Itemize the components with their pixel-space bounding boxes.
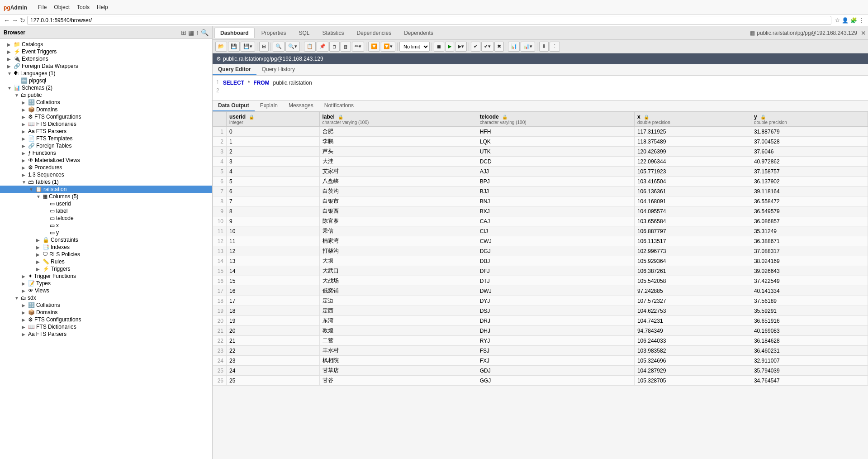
col-header-userid[interactable]: userid 🔒integer — [227, 112, 320, 127]
btn-save[interactable]: 💾 — [228, 42, 240, 52]
col-header-x[interactable]: x 🔒double precision — [634, 112, 751, 127]
sidebar-item-triggers[interactable]: ▶⚡Triggers — [0, 265, 212, 273]
query-tab-editor[interactable]: Query Editor — [213, 64, 256, 75]
sidebar-item-fts-configs[interactable]: ▶⚙FTS Configurations — [0, 113, 212, 120]
sidebar-item-sequences[interactable]: ▶1.3Sequences — [0, 171, 212, 178]
sidebar-item-schemas[interactable]: ▼📊Schemas (2) — [0, 84, 212, 91]
sidebar-item-catalogs[interactable]: ▶📁Catalogs — [0, 41, 212, 48]
tree-toggle-fts-configs[interactable]: ▶ — [22, 115, 28, 120]
tab-properties[interactable]: Properties — [256, 28, 292, 38]
forward-button[interactable]: → — [12, 17, 18, 24]
tree-toggle-sdx-collations[interactable]: ▶ — [22, 303, 28, 308]
tab-dashboard[interactable]: Dashboard — [214, 28, 255, 38]
tree-toggle-fts-templates[interactable]: ▶ — [22, 136, 28, 141]
sidebar-item-rules[interactable]: ▶📏Rules — [0, 258, 212, 265]
table-row[interactable]: 4 3 大洼 DCD 122.096344 40.972862 — [213, 157, 868, 167]
sidebar-item-fts-parsers[interactable]: ▶AaFTS Parsers — [0, 128, 212, 135]
table-row[interactable]: 19 18 定西 DSJ 104.622753 35.59291 — [213, 306, 868, 316]
tree-toggle-catalogs[interactable]: ▶ — [7, 42, 14, 47]
sidebar-item-languages[interactable]: ▼🗣Languages (1) — [0, 70, 212, 77]
tree-toggle-triggers[interactable]: ▶ — [36, 267, 43, 272]
btn-copy-row[interactable]: 🗒 — [329, 42, 340, 52]
sidebar-icon-table[interactable]: ▦ — [188, 29, 194, 36]
tree-toggle-rules[interactable]: ▶ — [36, 259, 43, 264]
tree-toggle-event-triggers[interactable]: ▶ — [7, 49, 14, 54]
tree-toggle-languages[interactable]: ▼ — [7, 71, 14, 76]
sidebar-item-col-userid[interactable]: ▭userid — [0, 200, 212, 207]
table-row[interactable]: 20 19 东湾 DRJ 104.74231 36.651916 — [213, 316, 868, 326]
table-row[interactable]: 23 22 丰水村 FSJ 103.983582 36.460231 — [213, 346, 868, 356]
data-table-wrap[interactable]: userid 🔒integer label 🔒character varying… — [213, 112, 868, 459]
sidebar-item-sdx[interactable]: ▼🗂sdx — [0, 294, 212, 301]
btn-save-more[interactable]: 💾▾ — [241, 42, 255, 52]
btn-paste[interactable]: 📌 — [317, 42, 328, 52]
sql-code[interactable]: SELECT * FROM public.railstation — [223, 78, 864, 97]
refresh-button[interactable]: ↻ — [20, 17, 25, 24]
table-row[interactable]: 7 6 白茨沟 BJJ 106.136361 39.118164 — [213, 186, 868, 196]
btn-explain[interactable]: 📊 — [508, 42, 520, 52]
tree-toggle-schemas[interactable]: ▼ — [7, 86, 14, 91]
sidebar-item-sdx-fts-configs[interactable]: ▶⚙FTS Configurations — [0, 316, 212, 323]
tree-toggle-railstation[interactable]: ▼ — [29, 187, 35, 192]
back-button[interactable]: ← — [4, 17, 10, 24]
table-row[interactable]: 6 5 八盘峡 BPJ 103.416504 36.137902 — [213, 177, 868, 186]
table-row[interactable]: 24 23 枫相院 FXJ 105.324696 32.911007 — [213, 356, 868, 366]
table-row[interactable]: 17 16 低窝铺 DWJ 97.242885 40.141334 — [213, 286, 868, 296]
sidebar-item-extensions[interactable]: ▶🔌Extensions — [0, 55, 212, 62]
sidebar-item-col-label[interactable]: ▭label — [0, 207, 212, 215]
menu-tools[interactable]: Tools — [73, 2, 93, 12]
tree-toggle-rls-policies[interactable]: ▶ — [36, 252, 43, 257]
sidebar-item-foreign-data-wrappers[interactable]: ▶🔗Foreign Data Wrappers — [0, 62, 212, 70]
limit-select[interactable]: No limit — [399, 42, 430, 52]
btn-filter-more[interactable]: 🔽▾ — [381, 42, 395, 52]
table-row[interactable]: 2 1 李鹏 LQK 118.375489 37.004528 — [213, 137, 868, 147]
btn-filter[interactable]: 🔽 — [368, 42, 380, 52]
btn-commit[interactable]: ✔ — [471, 42, 480, 52]
tree-toggle-mat-views[interactable]: ▶ — [22, 158, 28, 163]
sidebar-item-views[interactable]: ▶👁Views — [0, 287, 212, 294]
sidebar-item-fts-templates[interactable]: ▶📄FTS Templates — [0, 135, 212, 142]
tree-toggle-sequences[interactable]: ▶ — [22, 172, 28, 177]
tree-toggle-tables[interactable]: ▼ — [22, 180, 28, 185]
sidebar-item-mat-views[interactable]: ▶👁Materialized Views — [0, 157, 212, 164]
tree-toggle-sdx-fts-configs[interactable]: ▶ — [22, 317, 28, 322]
sidebar-item-indexes[interactable]: ▶📑Indexes — [0, 244, 212, 251]
menu-file[interactable]: File — [34, 2, 50, 12]
table-row[interactable]: 13 12 打柴沟 DGJ 102.996773 37.088317 — [213, 246, 868, 256]
table-row[interactable]: 5 4 艾家村 AJJ 105.771923 37.158757 — [213, 167, 868, 177]
sidebar-item-sdx-collations[interactable]: ▶🔡Collations — [0, 301, 212, 309]
btn-find[interactable]: 🔍 — [273, 42, 285, 52]
query-tab-history[interactable]: Query History — [256, 64, 300, 75]
table-row[interactable]: 15 14 大武口 DFJ 106.387261 39.026643 — [213, 266, 868, 276]
table-row[interactable]: 25 24 甘草店 GDJ 104.287929 35.794039 — [213, 366, 868, 376]
tab-dependencies[interactable]: Dependencies — [351, 28, 397, 38]
btn-query-opts[interactable]: ⊞ — [259, 42, 269, 52]
tab-sql[interactable]: SQL — [293, 28, 315, 38]
sidebar-item-domains[interactable]: ▶📦Domains — [0, 106, 212, 113]
sidebar-item-col-telcode[interactable]: ▭telcode — [0, 215, 212, 222]
sidebar-item-fts-dicts[interactable]: ▶📖FTS Dictionaries — [0, 120, 212, 128]
tree-toggle-trigger-functions[interactable]: ▶ — [22, 274, 28, 279]
btn-find-more[interactable]: 🔍▾ — [285, 42, 300, 52]
table-row[interactable]: 22 21 二营 RYJ 106.244033 36.184628 — [213, 336, 868, 346]
btn-more[interactable]: ⋮ — [550, 42, 560, 52]
menu-help[interactable]: Help — [93, 2, 112, 12]
tree-toggle-domains[interactable]: ▶ — [22, 107, 28, 112]
btn-delete[interactable]: 🗑 — [341, 42, 351, 52]
btn-explain-more[interactable]: 📊▾ — [521, 42, 535, 52]
tree-toggle-fts-dicts[interactable]: ▶ — [22, 122, 28, 127]
tab-statistics[interactable]: Statistics — [316, 28, 350, 38]
btn-open[interactable]: 📂 — [215, 42, 227, 52]
sidebar-item-procedures[interactable]: ▶⚙Procedures — [0, 164, 212, 171]
table-row[interactable]: 16 15 大战场 DTJ 105.542058 37.422549 — [213, 276, 868, 286]
tree-toggle-indexes[interactable]: ▶ — [36, 245, 43, 250]
sidebar-item-tables[interactable]: ▼🗃Tables (1) — [0, 178, 212, 186]
table-row[interactable]: 12 11 楠家湾 CWJ 106.113517 36.388671 — [213, 236, 868, 246]
sidebar-icon-up[interactable]: ↑ — [196, 29, 199, 36]
table-row[interactable]: 26 25 甘谷 GGJ 105.328705 34.764547 — [213, 376, 868, 386]
btn-rollback-more[interactable]: ✔▾ — [481, 42, 493, 52]
sidebar-item-railstation[interactable]: ▼📋railstation — [0, 186, 212, 193]
tree-toggle-sdx[interactable]: ▼ — [14, 296, 21, 301]
tree-toggle-public[interactable]: ▼ — [14, 93, 21, 98]
sidebar-item-plpgsql[interactable]: 🔤plpgsql — [0, 77, 212, 84]
